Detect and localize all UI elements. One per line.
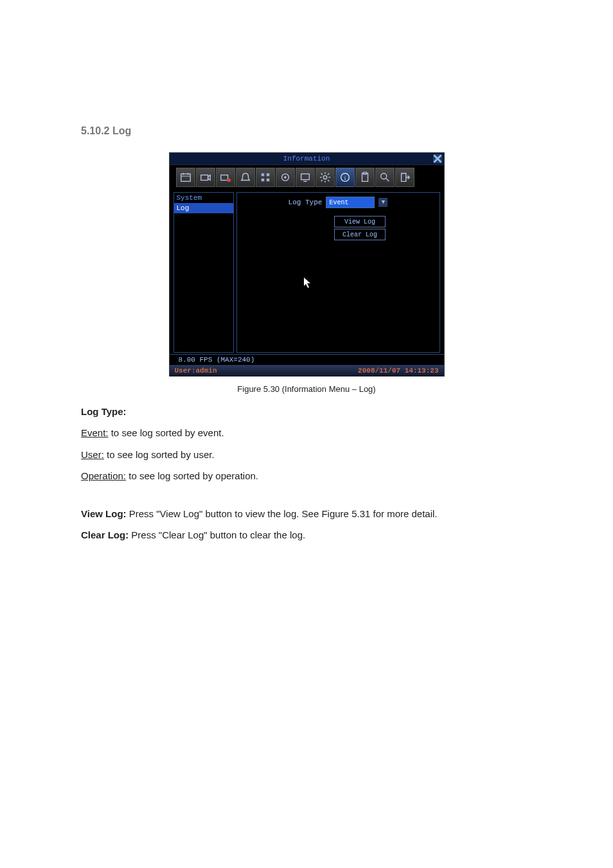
view-log-label: View Log:	[81, 508, 127, 519]
svg-point-7	[227, 179, 230, 182]
svg-line-21	[321, 173, 322, 175]
svg-rect-9	[266, 173, 269, 177]
view-log-desc: Press "View Log" button to view the log.…	[127, 508, 438, 519]
section-heading: 5.10.2 Log	[81, 125, 532, 137]
svg-rect-6	[220, 175, 227, 180]
svg-rect-4	[200, 175, 208, 180]
svg-text:i: i	[344, 175, 346, 181]
chevron-down-icon[interactable]: ▼	[378, 198, 387, 207]
calendar-icon[interactable]	[176, 168, 195, 187]
detail-pane: Log Type Event ▼ View Log Clear Log	[236, 192, 440, 353]
clear-log-button[interactable]: Clear Log	[334, 229, 386, 240]
log-type-select[interactable]: Event	[326, 197, 375, 208]
svg-rect-0	[181, 174, 190, 182]
log-type-item-event-desc: to see log sorted by event.	[109, 427, 224, 438]
log-type-item-operation-desc: to see log sorted by operation.	[126, 470, 258, 481]
info-icon[interactable]: i	[335, 168, 355, 187]
status-user: User:admin	[175, 367, 217, 375]
svg-rect-11	[266, 179, 269, 182]
close-icon[interactable]	[433, 154, 442, 163]
svg-line-23	[321, 180, 322, 181]
gear-icon[interactable]	[315, 168, 335, 187]
fps-bar: 8.00 FPS (MAX=240)	[170, 354, 444, 365]
svg-line-24	[328, 173, 329, 175]
clear-log-label: Clear Log:	[81, 529, 129, 540]
svg-point-16	[323, 175, 326, 179]
svg-rect-14	[301, 174, 309, 180]
window-titlebar: Information	[170, 153, 444, 165]
sidebar-item-log[interactable]: Log	[174, 203, 233, 213]
svg-line-30	[386, 179, 389, 182]
screenshot-information-log: Information i	[169, 152, 445, 376]
sidebar-tree: System Log	[173, 192, 234, 353]
window-title: Information	[283, 155, 330, 163]
view-log-button[interactable]: View Log	[334, 216, 386, 227]
log-type-item-operation: Operation:	[81, 470, 126, 481]
svg-line-22	[328, 180, 329, 181]
circle-mask-icon[interactable]	[276, 168, 295, 187]
log-type-item-user-desc: to see log sorted by user.	[104, 449, 215, 460]
log-type-label: Log Type	[289, 199, 323, 206]
svg-point-29	[380, 173, 386, 179]
log-type-item-event: Event:	[81, 427, 109, 438]
cursor-icon	[304, 278, 312, 290]
svg-rect-10	[261, 179, 264, 182]
log-type-item-user: User:	[81, 449, 104, 460]
monitor-icon[interactable]	[296, 168, 315, 187]
camera-icon[interactable]	[196, 168, 215, 187]
clear-log-desc: Press "Clear Log" button to clear the lo…	[129, 529, 305, 540]
motion-grid-icon[interactable]	[256, 168, 275, 187]
sidebar-item-system[interactable]: System	[174, 193, 233, 203]
search-icon[interactable]	[375, 168, 395, 187]
clipboard-icon[interactable]	[355, 168, 375, 187]
log-type-heading: Log Type:	[81, 406, 127, 417]
status-datetime: 2008/11/07 14:13:23	[358, 367, 438, 375]
record-dot-icon[interactable]	[216, 168, 235, 187]
status-bar: User:admin 2008/11/07 14:13:23	[170, 365, 444, 376]
figure-caption: Figure 5.30 (Information Menu – Log)	[81, 384, 532, 394]
toolbar: i	[170, 165, 444, 191]
log-type-value: Event	[329, 199, 348, 206]
svg-point-13	[284, 176, 287, 179]
exit-icon[interactable]	[395, 168, 414, 187]
alarm-bell-icon[interactable]	[236, 168, 255, 187]
svg-rect-8	[261, 173, 264, 177]
